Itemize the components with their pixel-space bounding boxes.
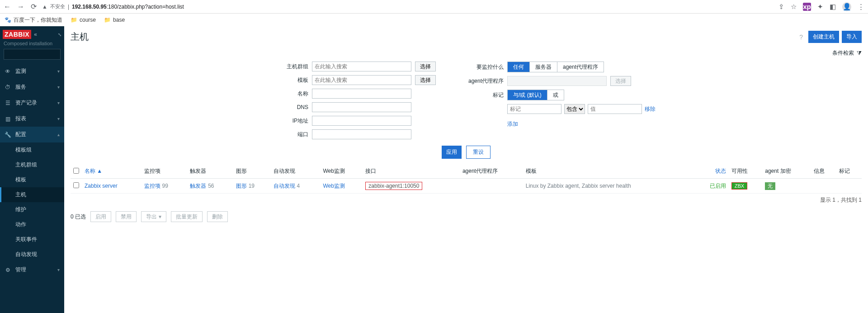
paging-info: 显示 1，共找到 1 (64, 194, 868, 207)
create-host-button[interactable]: 创建主机 (808, 31, 839, 43)
tag-name-input[interactable] (507, 104, 561, 114)
col-interface: 接口 (363, 164, 460, 179)
nav-config[interactable]: 🔧配置▴ (0, 127, 64, 142)
col-availability: 可用性 (729, 164, 763, 179)
menu-icon[interactable]: ⋮ (858, 3, 864, 11)
forward-icon[interactable]: → (17, 3, 24, 10)
col-triggers: 触发器 (187, 164, 233, 179)
bookmarks-bar: 🐾百度一下，你就知道 📁course 📁base (0, 14, 868, 26)
folder-icon: 📁 (71, 17, 77, 23)
nav-services[interactable]: ⏱服务▾ (0, 79, 64, 95)
filter-toggle-label[interactable]: 条件检索 (832, 49, 854, 57)
chart-icon: ▥ (5, 116, 11, 122)
extension-icon[interactable]: xp (803, 3, 811, 11)
panel-icon[interactable]: ◧ (830, 3, 836, 11)
reload-icon[interactable]: ⟳ (31, 3, 37, 10)
label-dns: DNS (277, 104, 308, 110)
input-dns[interactable] (312, 102, 411, 112)
col-name[interactable]: 名称 ▲ (82, 164, 142, 179)
status-link[interactable]: 已启用 (710, 183, 726, 189)
address-bar[interactable]: ▲ 不安全 | 192.168.50.95:180/zabbix.php?act… (42, 3, 184, 10)
web-link[interactable]: Web监测 (323, 183, 344, 189)
discovery-count: 4 (297, 183, 300, 189)
label-host-group: 主机群组 (277, 63, 308, 71)
reset-button[interactable]: 重设 (466, 146, 491, 159)
input-ip[interactable] (312, 116, 411, 126)
graphs-link[interactable]: 图形 (236, 183, 247, 189)
select-all-checkbox[interactable] (73, 168, 79, 174)
profile-avatar[interactable]: 👤 (842, 2, 851, 11)
tag-value-input[interactable] (588, 104, 642, 114)
availability-badge: ZBX (731, 182, 747, 190)
opt-or[interactable]: 或 (547, 90, 564, 100)
nav-inventory[interactable]: ☰资产记录▾ (0, 95, 64, 111)
sub-correlation[interactable]: 关联事件 (0, 232, 64, 247)
bookmark-course[interactable]: 📁course (71, 17, 96, 23)
expand-icon[interactable]: ⤡ (58, 32, 61, 37)
help-icon[interactable]: ? (799, 33, 803, 41)
opt-server[interactable]: 服务器 (529, 62, 557, 72)
bulk-massupdate[interactable]: 批量更新 (171, 211, 203, 222)
sidebar-search[interactable]: 🔍 (4, 49, 61, 60)
chevron-down-icon: ▾ (57, 267, 60, 272)
bookmark-base[interactable]: 📁base (104, 17, 125, 23)
opt-proxy[interactable]: agent代理程序 (557, 62, 604, 72)
bookmark-baidu[interactable]: 🐾百度一下，你就知道 (5, 16, 62, 24)
sub-template-groups[interactable]: 模板组 (0, 142, 64, 157)
sub-templates[interactable]: 模板 (0, 172, 64, 187)
tag-op-select[interactable]: 包含 (564, 104, 585, 114)
input-name[interactable] (312, 89, 411, 99)
input-template[interactable] (312, 75, 411, 85)
items-link[interactable]: 监控项 (144, 183, 160, 189)
select-host-group[interactable]: 选择 (415, 62, 436, 71)
back-icon[interactable]: ← (4, 3, 11, 10)
nav-admin[interactable]: ⚙管理▾ (0, 262, 64, 278)
row-checkbox[interactable] (73, 182, 79, 188)
opt-any[interactable]: 任何 (508, 62, 529, 72)
bulk-delete[interactable]: 删除 (207, 211, 228, 222)
url-rest: :180/zabbix.php?action=host.list (107, 4, 184, 10)
input-host-group[interactable] (312, 62, 411, 71)
input-port[interactable] (312, 129, 411, 139)
sub-hosts[interactable]: 主机 (0, 187, 64, 202)
star-icon[interactable]: ☆ (791, 3, 797, 11)
label-monitor-what: 要监控什么 (463, 63, 504, 71)
label-ip: IP地址 (277, 117, 308, 125)
main-content: 主机 ? 创建主机 导入 条件检索 ⧩ 主机群组选择 模板选择 名称 DNS I… (64, 26, 868, 313)
select-template[interactable]: 选择 (415, 75, 436, 85)
triggers-link[interactable]: 触发器 (190, 183, 206, 189)
col-items: 监控项 (142, 164, 188, 179)
chevron-down-icon: ▾ (57, 69, 60, 74)
nav-reports[interactable]: ▥报表▾ (0, 111, 64, 127)
bulk-disable[interactable]: 禁用 (116, 211, 137, 222)
tag-remove-link[interactable]: 移除 (645, 105, 656, 113)
sub-actions[interactable]: 动作 (0, 217, 64, 232)
sub-host-groups[interactable]: 主机群组 (0, 157, 64, 172)
bulk-enable[interactable]: 启用 (90, 211, 111, 222)
discovery-link[interactable]: 自动发现 (274, 183, 295, 189)
url-host: 192.168.50.95 (72, 4, 107, 10)
apply-button[interactable]: 应用 (442, 146, 462, 159)
opt-andor[interactable]: 与/或 (默认) (508, 90, 547, 100)
logo[interactable]: ZABBIX (3, 30, 31, 39)
clock-icon: ⏱ (5, 84, 11, 90)
funnel-icon[interactable]: ⧩ (857, 50, 862, 57)
table-row: Zabbix server 监控项99 触发器56 图形19 自动发现4 Web… (71, 179, 862, 194)
bulk-export[interactable]: 导出▾ (141, 211, 166, 222)
chevron-down-icon: ▾ (57, 85, 60, 90)
tag-add-link[interactable]: 添加 (507, 121, 518, 127)
import-button[interactable]: 导入 (842, 31, 862, 43)
label-name: 名称 (277, 90, 308, 98)
hosts-table: 名称 ▲ 监控项 触发器 图形 自动发现 Web监测 接口 agent代理程序 … (71, 164, 862, 194)
host-name-link[interactable]: Zabbix server (85, 183, 118, 189)
collapse-icon[interactable]: « (34, 31, 37, 38)
col-discovery: 自动发现 (271, 164, 321, 179)
share-icon[interactable]: ⇪ (778, 3, 784, 11)
col-status[interactable]: 状态 (695, 164, 729, 179)
sub-autodiscovery[interactable]: 自动发现 (0, 247, 64, 262)
chevron-down-icon: ▾ (57, 100, 60, 105)
wrench-icon: 🔧 (5, 132, 11, 138)
sub-maintenance[interactable]: 维护 (0, 202, 64, 217)
nav-monitor[interactable]: 👁监测▾ (0, 63, 64, 79)
extensions-icon[interactable]: ✦ (817, 3, 823, 11)
